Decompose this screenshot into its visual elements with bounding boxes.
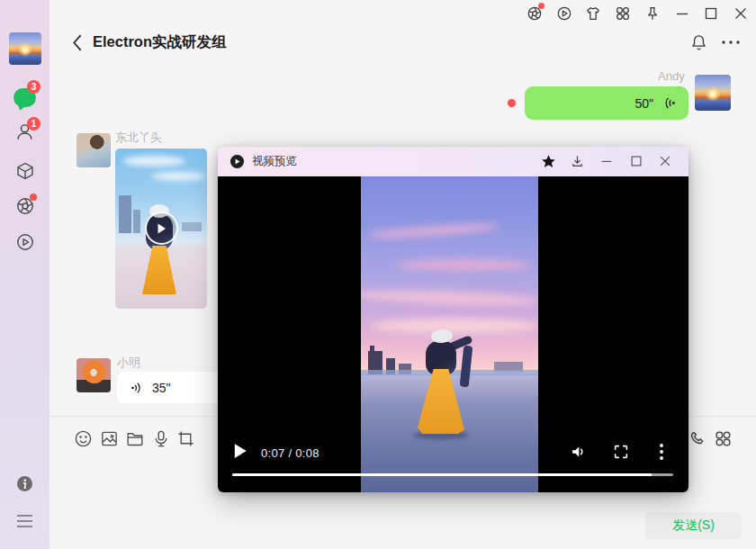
modal-maximize-button[interactable] — [629, 154, 644, 168]
unread-voice-dot — [508, 99, 516, 107]
video-preview-modal: 视频预览 — [218, 147, 688, 492]
volume-icon — [569, 443, 587, 461]
sidebar: 3 1 — [0, 0, 50, 549]
maximize-icon — [629, 154, 644, 168]
tshirt-titlebar-button[interactable] — [585, 5, 601, 22]
star-icon — [541, 154, 556, 169]
info-icon — [16, 475, 33, 492]
player-volume-button[interactable] — [569, 443, 587, 461]
apps-titlebar-button[interactable] — [615, 5, 631, 22]
video-message-thumbnail[interactable] — [115, 148, 207, 309]
avatar[interactable] — [76, 358, 111, 392]
contacts-badge: 1 — [27, 117, 40, 130]
play-icon — [233, 443, 248, 459]
sender-name: 小明 — [117, 355, 140, 371]
download-button[interactable] — [570, 154, 584, 168]
video-progress-track[interactable] — [232, 473, 673, 476]
sidebar-item-package[interactable] — [15, 161, 35, 181]
voice-duration: 50" — [634, 96, 653, 111]
video-frame — [361, 176, 538, 492]
close-icon — [658, 154, 672, 168]
sender-name: 东北丫头 — [115, 130, 162, 146]
maximize-icon — [703, 5, 719, 22]
apps-button[interactable] — [714, 429, 733, 448]
channels-titlebar-button[interactable] — [556, 5, 572, 22]
bell-icon — [690, 33, 707, 51]
modal-title: 视频预览 — [252, 154, 297, 169]
sidebar-item-moments[interactable] — [15, 196, 35, 216]
folder-button[interactable] — [125, 429, 145, 448]
window-close-button[interactable] — [733, 5, 749, 22]
voice-message-bubble[interactable]: 35" — [117, 372, 221, 403]
voice-wave-out-icon — [662, 95, 678, 111]
voice-duration: 35" — [152, 381, 171, 395]
kebab-icon — [659, 443, 664, 461]
player-fullscreen-button[interactable] — [612, 443, 630, 461]
voice-message-bubble[interactable]: 50" — [525, 86, 688, 120]
screenshot-icon — [176, 429, 195, 448]
notification-button[interactable] — [690, 33, 707, 51]
mic-button[interactable] — [153, 429, 169, 448]
sidebar-item-menu[interactable] — [15, 513, 34, 529]
sidebar-item-channels[interactable] — [15, 232, 35, 252]
avatar[interactable] — [695, 75, 731, 111]
download-icon — [570, 154, 585, 169]
package-icon — [15, 161, 35, 181]
sender-name: Andy — [658, 69, 685, 83]
page-title: Electron实战研发组 — [93, 32, 227, 52]
player-play-button[interactable] — [233, 443, 248, 459]
moments-red-dot — [30, 194, 37, 201]
play-overlay-button[interactable] — [145, 212, 178, 245]
back-icon — [71, 33, 83, 52]
moments-red-dot — [538, 3, 544, 9]
video-progress-played — [232, 473, 652, 476]
call-button[interactable] — [688, 429, 706, 448]
tshirt-icon — [585, 5, 601, 22]
pin-titlebar-button[interactable] — [644, 5, 661, 22]
window-minimize-button[interactable] — [674, 5, 690, 22]
modal-close-button[interactable] — [658, 154, 672, 168]
video-channel-icon — [15, 232, 35, 252]
video-player[interactable]: 0:07 / 0:08 — [218, 176, 688, 492]
image-icon — [100, 429, 119, 448]
emoji-icon — [74, 429, 93, 448]
emoji-button[interactable] — [74, 429, 93, 448]
apps-icon — [714, 429, 733, 448]
menu-icon — [15, 513, 34, 529]
player-more-button[interactable] — [659, 443, 664, 461]
play-badge-icon — [230, 154, 245, 169]
pin-icon — [644, 5, 661, 22]
chat-badge: 3 — [27, 80, 40, 94]
more-button[interactable] — [721, 40, 741, 45]
window-maximize-button[interactable] — [703, 5, 719, 22]
avatar[interactable] — [9, 32, 41, 65]
apps-icon — [615, 5, 631, 22]
back-button[interactable] — [71, 33, 83, 52]
voice-wave-in-icon — [129, 381, 143, 395]
fullscreen-icon — [612, 443, 630, 461]
player-time: 0:07 / 0:08 — [261, 446, 320, 460]
favorite-button[interactable] — [541, 154, 555, 168]
play-icon — [156, 222, 167, 235]
phone-icon — [688, 429, 706, 448]
channels-icon — [556, 5, 572, 22]
screenshot-button[interactable] — [176, 429, 195, 448]
minimize-icon — [599, 154, 614, 168]
modal-minimize-button[interactable] — [599, 154, 614, 168]
minimize-icon — [674, 5, 690, 22]
folder-icon — [125, 429, 145, 448]
close-icon — [733, 5, 749, 22]
moments-titlebar-button[interactable] — [526, 5, 543, 22]
avatar[interactable] — [76, 133, 111, 167]
modal-titlebar[interactable]: 视频预览 — [218, 147, 688, 176]
image-button[interactable] — [100, 429, 119, 448]
send-button[interactable]: 发送(S) — [645, 512, 742, 539]
more-icon — [721, 40, 741, 45]
sidebar-item-info[interactable] — [16, 475, 33, 492]
mic-icon — [153, 429, 169, 448]
